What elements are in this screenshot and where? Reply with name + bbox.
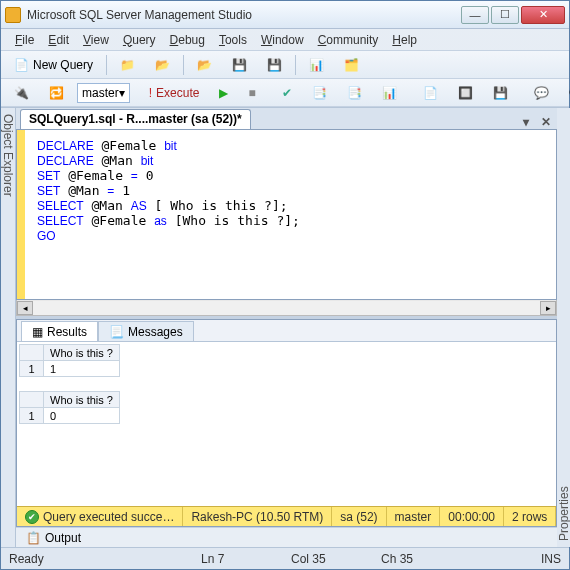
query-status-bar: ✔Query executed succe… Rakesh-PC (10.50 … bbox=[17, 506, 556, 526]
check-icon: ✔ bbox=[282, 86, 292, 100]
menu-file[interactable]: File bbox=[9, 31, 40, 49]
results-text-button[interactable]: 📄 bbox=[416, 82, 445, 104]
open-file-button[interactable]: 📂 bbox=[190, 54, 219, 76]
scroll-right-button[interactable]: ▸ bbox=[540, 301, 556, 315]
save-button[interactable]: 💾 bbox=[225, 54, 254, 76]
menu-community[interactable]: Community bbox=[312, 31, 385, 49]
results-text-icon: 📄 bbox=[423, 86, 438, 100]
uncomment-button[interactable]: 💬 bbox=[562, 82, 570, 104]
main-area: SQLQuery1.sql - R....master (sa (52))* ▾… bbox=[16, 108, 557, 547]
plan1-button[interactable]: 📑 bbox=[305, 82, 334, 104]
connections-button[interactable]: 🔌 bbox=[7, 82, 36, 104]
new-query-icon: 📄 bbox=[14, 58, 29, 72]
activity-icon: 📊 bbox=[309, 58, 324, 72]
success-icon: ✔ bbox=[25, 510, 39, 524]
menu-tools[interactable]: Tools bbox=[213, 31, 253, 49]
debug-run-button[interactable]: ▶ bbox=[212, 82, 235, 104]
separator bbox=[295, 55, 296, 75]
maximize-button[interactable]: ☐ bbox=[491, 6, 519, 24]
code-area[interactable]: DECLARE @Female bit DECLARE @Man bit SET… bbox=[25, 130, 556, 299]
row-header[interactable]: 1 bbox=[20, 408, 44, 424]
menu-edit[interactable]: Edit bbox=[42, 31, 75, 49]
cell[interactable]: 1 bbox=[44, 361, 120, 377]
status-time: 00:00:00 bbox=[440, 507, 504, 526]
database-selected: master bbox=[82, 86, 119, 100]
menu-debug[interactable]: Debug bbox=[164, 31, 211, 49]
tab-messages[interactable]: 📃 Messages bbox=[98, 321, 194, 341]
object-explorer-tab[interactable]: Object Explorer bbox=[1, 108, 16, 547]
open-button[interactable]: 📁 bbox=[113, 54, 142, 76]
toolbar-main: 📄 New Query 📁 📂 📂 💾 💾 📊 🗂️ bbox=[1, 51, 569, 79]
status-ch: Ch 35 bbox=[381, 552, 471, 566]
folder-icon: 📂 bbox=[155, 58, 170, 72]
properties-tab[interactable]: Properties bbox=[557, 108, 570, 547]
sql-editor[interactable]: DECLARE @Female bit DECLARE @Man bit SET… bbox=[16, 130, 557, 300]
close-button[interactable]: ✕ bbox=[521, 6, 565, 24]
status-ln: Ln 7 bbox=[201, 552, 291, 566]
status-msg: Query executed succe… bbox=[43, 510, 174, 524]
editor-hscroll[interactable]: ◂ ▸ bbox=[16, 300, 557, 316]
database-select[interactable]: master ▾ bbox=[77, 83, 130, 103]
menu-query[interactable]: Query bbox=[117, 31, 162, 49]
menu-help[interactable]: Help bbox=[386, 31, 423, 49]
activity-button[interactable]: 📊 bbox=[302, 54, 331, 76]
change-conn-button[interactable]: 🔁 bbox=[42, 82, 71, 104]
result-grid[interactable]: Who is this ?10 bbox=[19, 391, 120, 424]
menu-view[interactable]: View bbox=[77, 31, 115, 49]
new-query-label: New Query bbox=[33, 58, 93, 72]
open-file-icon: 📂 bbox=[197, 58, 212, 72]
status-ready: Ready bbox=[9, 552, 201, 566]
stop-button[interactable]: ■ bbox=[241, 82, 262, 104]
results-grid-button[interactable]: 🔲 bbox=[451, 82, 480, 104]
output-icon: 📋 bbox=[26, 531, 41, 545]
cell[interactable]: 0 bbox=[44, 408, 120, 424]
scroll-left-button[interactable]: ◂ bbox=[17, 301, 33, 315]
tab-dropdown-button[interactable]: ▾ bbox=[517, 115, 535, 129]
status-col: Col 35 bbox=[291, 552, 381, 566]
scroll-track[interactable] bbox=[33, 301, 540, 315]
tab-close-button[interactable]: ✕ bbox=[535, 115, 557, 129]
app-icon bbox=[5, 7, 21, 23]
comment-button[interactable]: 💬 bbox=[527, 82, 556, 104]
folder-button[interactable]: 📂 bbox=[148, 54, 177, 76]
document-tabs: SQLQuery1.sql - R....master (sa (52))* ▾… bbox=[16, 108, 557, 130]
statusbar: Ready Ln 7 Col 35 Ch 35 INS bbox=[1, 547, 569, 569]
menu-window[interactable]: Window bbox=[255, 31, 310, 49]
tab-results[interactable]: ▦ Results bbox=[21, 321, 98, 341]
new-query-button[interactable]: 📄 New Query bbox=[7, 54, 100, 76]
doc-tab-active[interactable]: SQLQuery1.sql - R....master (sa (52))* bbox=[20, 109, 251, 129]
execute-button[interactable]: ! Execute bbox=[142, 82, 207, 104]
plan2-button[interactable]: 📑 bbox=[340, 82, 369, 104]
registered-button[interactable]: 🗂️ bbox=[337, 54, 366, 76]
result-grid[interactable]: Who is this ?11 bbox=[19, 344, 120, 377]
save-icon: 💾 bbox=[232, 58, 247, 72]
results-grid-icon: 🔲 bbox=[458, 86, 473, 100]
status-ins: INS bbox=[471, 552, 561, 566]
results-file-button[interactable]: 💾 bbox=[486, 82, 515, 104]
status-user: sa (52) bbox=[332, 507, 386, 526]
parse-button[interactable]: ✔ bbox=[275, 82, 299, 104]
titlebar[interactable]: Microsoft SQL Server Management Studio —… bbox=[1, 1, 569, 29]
window-title: Microsoft SQL Server Management Studio bbox=[27, 8, 461, 22]
menubar: File Edit View Query Debug Tools Window … bbox=[1, 29, 569, 51]
execute-icon: ! bbox=[149, 86, 152, 100]
play-icon: ▶ bbox=[219, 86, 228, 100]
status-server: Rakesh-PC (10.50 RTM) bbox=[183, 507, 332, 526]
column-header[interactable]: Who is this ? bbox=[44, 345, 120, 361]
body: Object Explorer SQLQuery1.sql - R....mas… bbox=[1, 107, 569, 547]
column-header[interactable]: Who is this ? bbox=[44, 392, 120, 408]
plan-icon: 📑 bbox=[312, 86, 327, 100]
save-all-button[interactable]: 💾 bbox=[260, 54, 289, 76]
minimize-button[interactable]: — bbox=[461, 6, 489, 24]
open-icon: 📁 bbox=[120, 58, 135, 72]
output-tab[interactable]: 📋 Output bbox=[16, 527, 557, 547]
editor-gutter bbox=[17, 130, 25, 299]
row-header[interactable]: 1 bbox=[20, 361, 44, 377]
app-window: Microsoft SQL Server Management Studio —… bbox=[0, 0, 570, 570]
stop-icon: ■ bbox=[248, 86, 255, 100]
separator bbox=[183, 55, 184, 75]
stats-button[interactable]: 📊 bbox=[375, 82, 404, 104]
chevron-down-icon: ▾ bbox=[119, 86, 125, 100]
messages-icon: 📃 bbox=[109, 325, 124, 339]
connections-icon: 🔌 bbox=[14, 86, 29, 100]
